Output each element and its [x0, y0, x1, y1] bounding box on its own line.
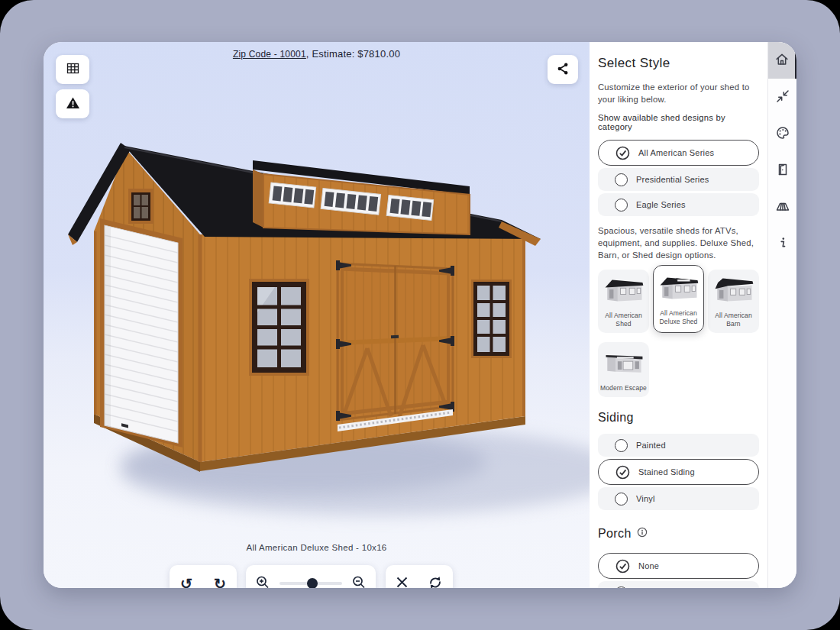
shed-3d-viewport[interactable]: Zip Code - 10001, Estimate: $7810.00	[44, 42, 590, 588]
series-description: Spacious, versatile sheds for ATVs, equi…	[598, 225, 759, 261]
estimate-label: Estimate: $7810.00	[312, 48, 400, 60]
zoom-out-icon	[351, 575, 367, 589]
design-thumbnail-image	[603, 348, 645, 377]
design-tile-label: All American Barn	[709, 312, 758, 328]
rail-door-button[interactable]	[768, 152, 796, 189]
warning-button[interactable]	[56, 89, 89, 118]
rotate-right-button[interactable]: ↻	[212, 575, 228, 589]
option-label: Eagle Series	[636, 200, 686, 209]
design-tiles-row-1: All American Shed All American Deluxe Sh…	[598, 270, 759, 338]
zoom-toolbar	[246, 565, 376, 588]
sidebar-title: Select Style	[598, 56, 759, 71]
info-icon[interactable]	[637, 527, 648, 541]
option-all-american-series[interactable]: All American Series	[598, 140, 759, 166]
zoom-in-icon	[255, 575, 270, 589]
design-tile-label: All American Shed	[599, 312, 648, 328]
navigation-rail	[767, 42, 796, 588]
option-label: Painted	[636, 441, 666, 450]
design-thumbnail-image	[712, 276, 755, 305]
siding-heading: Siding	[598, 411, 759, 425]
design-tile-all-american-deluxe-shed[interactable]: All American Deluxe Shed	[653, 265, 704, 333]
porch-heading: Porch	[598, 527, 759, 541]
ramp-icon	[775, 199, 790, 216]
design-tile-label: All American Deluxe Shed	[655, 309, 702, 326]
design-thumbnail-image	[657, 273, 700, 302]
option-label: Stained Siding	[638, 467, 695, 477]
radio-unchecked-icon	[615, 493, 628, 506]
reset-view-icon	[428, 575, 443, 589]
design-tile-modern-escape[interactable]: Modern Escape	[598, 342, 649, 397]
radio-unchecked-icon	[615, 439, 628, 452]
option-label: Presidential Series	[636, 175, 709, 184]
design-tile-all-american-shed[interactable]: All American Shed	[598, 270, 649, 333]
rotate-left-button[interactable]: ↺	[179, 575, 194, 589]
radio-unchecked-icon	[615, 586, 628, 588]
rail-palette-button[interactable]	[768, 115, 796, 152]
warning-icon	[66, 96, 80, 112]
radio-unchecked-icon	[615, 173, 628, 186]
rail-ramp-button[interactable]	[768, 189, 796, 225]
option-presidential-series[interactable]: Presidential Series	[598, 168, 759, 191]
sidebar-intro: Customize the exterior of your shed to y…	[598, 81, 759, 105]
collapse-icon	[775, 89, 790, 106]
shed-model	[68, 143, 541, 472]
shed-caption: All American Deluxe Shed - 10x16	[44, 543, 590, 552]
info-icon	[775, 235, 790, 253]
siding-options: Painted Stained Siding Vinyl	[598, 434, 759, 510]
radio-unchecked-icon	[615, 199, 628, 212]
radio-checked-icon	[615, 559, 630, 573]
option-label: All American Series	[638, 148, 714, 157]
grid-view-button[interactable]	[56, 55, 89, 84]
option-eagle-series[interactable]: Eagle Series	[598, 193, 759, 216]
close-icon	[396, 576, 409, 588]
zoom-slider-thumb[interactable]	[307, 578, 318, 588]
option-treated-porch[interactable]: Treated Porch	[598, 581, 759, 588]
share-icon	[556, 62, 570, 78]
share-button[interactable]	[548, 55, 578, 84]
zoom-slider[interactable]	[279, 578, 342, 588]
option-painted[interactable]: Painted	[598, 434, 759, 457]
category-options: All American Series Presidential Series …	[598, 140, 759, 216]
design-tile-label: Modern Escape	[599, 384, 648, 393]
option-vinyl[interactable]: Vinyl	[598, 487, 759, 510]
style-sidebar: Select Style Customize the exterior of y…	[590, 42, 767, 588]
radio-checked-icon	[615, 146, 630, 160]
design-thumbnail-image	[603, 276, 645, 305]
app-window: Zip Code - 10001, Estimate: $7810.00	[44, 42, 796, 588]
zoom-in-button[interactable]	[254, 573, 272, 589]
home-icon	[774, 52, 790, 69]
zip-code-link[interactable]: Zip Code - 10001	[233, 49, 306, 60]
palette-icon	[775, 125, 790, 143]
porch-options: None Treated Porch	[598, 553, 759, 588]
design-tiles-row-2: Modern Escape	[598, 342, 759, 397]
view-toolbar	[386, 565, 453, 588]
device-frame: Zip Code - 10001, Estimate: $7810.00	[0, 0, 840, 630]
option-label: Vinyl	[636, 494, 655, 503]
rotate-toolbar: ↺ ↻	[170, 565, 237, 588]
close-button[interactable]	[394, 574, 410, 588]
grid-icon	[66, 61, 80, 78]
category-label: Show available shed designs by category	[598, 113, 759, 131]
option-stained-siding[interactable]: Stained Siding	[598, 459, 759, 485]
rotate-left-icon: ↺	[180, 577, 192, 589]
option-none[interactable]: None	[598, 553, 759, 579]
option-label: None	[638, 561, 659, 570]
rail-home-button[interactable]	[768, 42, 796, 79]
zoom-out-button[interactable]	[350, 573, 368, 589]
design-tile-all-american-barn[interactable]: All American Barn	[708, 270, 759, 333]
estimate-header: Zip Code - 10001, Estimate: $7810.00	[44, 48, 590, 60]
reset-view-button[interactable]	[426, 573, 444, 589]
shed-3d-render[interactable]	[44, 42, 590, 588]
rail-collapse-button[interactable]	[768, 79, 796, 115]
door-icon	[775, 162, 790, 179]
radio-checked-icon	[615, 465, 630, 480]
rail-info-button[interactable]	[768, 225, 796, 262]
rotate-right-icon: ↻	[214, 577, 226, 589]
